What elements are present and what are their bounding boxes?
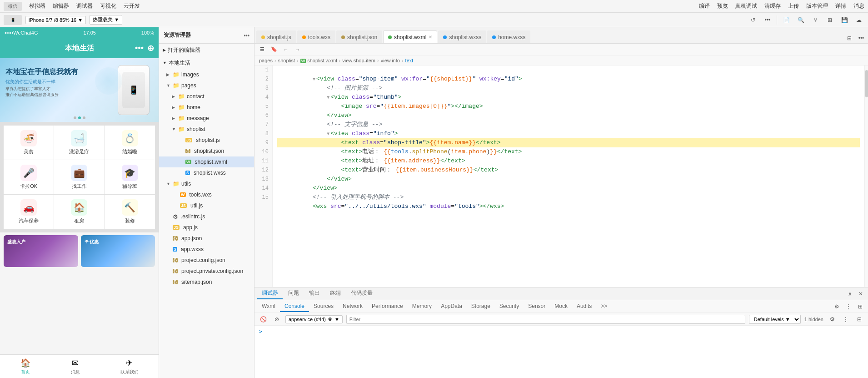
file-util-js[interactable]: JS util.js: [159, 200, 254, 211]
debug-tab-storage[interactable]: Storage: [467, 301, 495, 312]
menu-visual[interactable]: 可视化: [100, 2, 116, 10]
bottom-tab-terminal[interactable]: 终端: [325, 288, 345, 299]
folder-shoplist[interactable]: ▼ 📁 shoplist: [159, 124, 254, 135]
menu-details[interactable]: 详情: [835, 2, 846, 10]
menu-upload[interactable]: 上传: [788, 2, 799, 10]
nav-contact[interactable]: ✈ 联系我们: [117, 356, 142, 377]
section-local-life[interactable]: ▼ 本地生活: [159, 56, 254, 69]
folder-home[interactable]: ▶ 📁 home: [159, 102, 254, 113]
more-editor-button[interactable]: •••: [856, 33, 866, 43]
nav-home[interactable]: 🏠 首页: [17, 356, 34, 377]
breadcrumb-wxml[interactable]: W shoplist.wxml: [300, 58, 337, 63]
grid-item-jiehun[interactable]: 💍 结婚啦: [105, 126, 155, 160]
device-select[interactable]: iPhone 6/7 /8 85% 16 ▼: [25, 16, 86, 24]
debug-tab-mock[interactable]: Mock: [550, 301, 572, 312]
file-app-wxss[interactable]: S app.wxss: [159, 244, 254, 255]
console-settings-icon[interactable]: ⚙: [827, 314, 837, 324]
tab-home-wxss[interactable]: home.wxss: [487, 30, 530, 43]
debug-tab-memory[interactable]: Memory: [408, 301, 436, 312]
breadcrumb-shoplist[interactable]: shoplist: [278, 58, 295, 63]
toolbar-bookmark-icon[interactable]: 🔖: [269, 45, 279, 55]
menu-editor[interactable]: 编辑器: [53, 2, 69, 10]
add-file-icon[interactable]: 📄: [781, 15, 792, 25]
phone-share-icon[interactable]: ⊕: [147, 43, 154, 53]
fold-3[interactable]: ▼: [327, 95, 329, 100]
hotreload-select[interactable]: 热重载关 ▼: [90, 15, 122, 25]
console-filter-icon[interactable]: ⊘: [272, 314, 282, 324]
file-tools-wxs[interactable]: W tools.wxs: [159, 189, 254, 200]
vertical-scrollbar[interactable]: [864, 66, 868, 287]
folder-pages[interactable]: ▼ 📁 pages: [159, 80, 254, 91]
search-icon[interactable]: 🔍: [795, 15, 806, 25]
debug-tab-console[interactable]: Console: [280, 301, 309, 312]
save-icon[interactable]: 💾: [839, 15, 850, 25]
level-select[interactable]: Default levels ▼: [749, 315, 801, 324]
bottom-tab-debugger[interactable]: 调试器: [257, 288, 283, 299]
scrollbar-thumb[interactable]: [865, 70, 868, 97]
file-project-private-config[interactable]: {} project.private.config.json: [159, 266, 254, 277]
file-app-json[interactable]: {} app.json: [159, 233, 254, 244]
tab-shoplist-json[interactable]: shoplist.json: [336, 30, 382, 43]
debug-tab-appdata[interactable]: AppData: [436, 301, 467, 312]
tab-shoplist-wxml[interactable]: shoplist.wxml ✕: [383, 30, 437, 43]
toolbar-menu-icon[interactable]: ☰: [257, 45, 267, 55]
folder-contact[interactable]: ▶ 📁 contact: [159, 91, 254, 102]
grid-item-xiyuzu[interactable]: 🛁 洗浴足疗: [54, 126, 104, 160]
grid-item-meishi[interactable]: 🍜 美食: [4, 126, 54, 160]
menu-version[interactable]: 版本管理: [806, 2, 828, 10]
section-open-editors[interactable]: ▶ 打开的编辑器: [159, 44, 254, 56]
fold-1[interactable]: ▼: [313, 77, 315, 82]
tab-tools-wxs[interactable]: tools.wxs: [297, 30, 335, 43]
toolbar-back-icon[interactable]: ←: [281, 45, 291, 55]
debug-tab-network[interactable]: Network: [338, 301, 367, 312]
file-eslintrc[interactable]: ⚙ .eslintrc.js: [159, 211, 254, 222]
debug-layout-icon[interactable]: ⊞: [855, 302, 865, 312]
git-icon[interactable]: ⑂: [810, 15, 821, 25]
menu-preview[interactable]: 预览: [717, 2, 728, 10]
split-editor-button[interactable]: ⊟: [844, 33, 854, 43]
debug-tab-audits[interactable]: Audits: [572, 301, 596, 312]
phone-ad-2[interactable]: ☂ 优惠: [81, 235, 155, 267]
breadcrumb-pages[interactable]: pages: [259, 58, 273, 63]
menu-messages[interactable]: 消息: [853, 2, 864, 10]
console-clear-icon[interactable]: 🚫: [258, 314, 268, 324]
tab-shoplist-wxss[interactable]: shoplist.wxss: [438, 30, 486, 43]
bottom-tab-quality[interactable]: 代码质量: [346, 288, 377, 299]
debug-tab-wxml[interactable]: Wxml: [257, 301, 280, 312]
menu-compile[interactable]: 编译: [699, 2, 710, 10]
tab-shoplist-js[interactable]: shoplist.js: [256, 30, 296, 43]
debug-settings-icon[interactable]: ⚙: [832, 302, 842, 312]
grid-item-zhuangxiu[interactable]: 🔨 装修: [105, 195, 155, 229]
menu-debugger[interactable]: 调试器: [76, 2, 93, 10]
breadcrumb-view-info[interactable]: view.info: [381, 58, 400, 63]
fold-7[interactable]: ▼: [327, 131, 329, 136]
grid-item-zufang[interactable]: 🏠 租房: [54, 195, 104, 229]
panel-up-button[interactable]: ∧: [845, 289, 854, 298]
grid-item-kalaok[interactable]: 🎤 卡拉OK: [4, 160, 54, 194]
bottom-tab-output[interactable]: 输出: [304, 288, 324, 299]
grid-item-fudao[interactable]: 🎓 辅导班: [105, 160, 155, 194]
menu-simulator[interactable]: 模拟器: [29, 2, 45, 10]
phone-dots-icon[interactable]: •••: [135, 43, 144, 53]
debug-tab-performance[interactable]: Performance: [367, 301, 408, 312]
breadcrumb-text[interactable]: text: [405, 58, 414, 63]
cloud-icon[interactable]: ☁: [853, 15, 864, 25]
grid-item-qiche[interactable]: 🚗 汽车保养: [4, 195, 54, 229]
panel-close-button[interactable]: ✕: [856, 289, 865, 298]
file-project-config[interactable]: {} project.config.json: [159, 255, 254, 266]
file-shoplist-js[interactable]: JS shoplist.js: [159, 135, 254, 146]
folder-images[interactable]: ▶ 📁 images: [159, 69, 254, 80]
menu-cloud[interactable]: 云开发: [124, 2, 140, 10]
service-select[interactable]: appservice (#44) 👁 ▼: [285, 315, 343, 323]
debug-tab-security[interactable]: Security: [495, 301, 524, 312]
grid-item-zhaowork[interactable]: 💼 找工作: [54, 160, 104, 194]
code-content[interactable]: ▼<view class="shop-item" wx:for="{{shopL…: [273, 66, 864, 287]
banner-dot-2[interactable]: [78, 116, 81, 119]
console-dock-icon[interactable]: ⊟: [854, 314, 864, 324]
refresh-button[interactable]: ↺: [748, 15, 758, 25]
console-filter-input[interactable]: [346, 315, 745, 324]
phone-ad-1[interactable]: 盛惠入户: [4, 235, 78, 267]
console-more-icon[interactable]: ⋮: [841, 314, 851, 324]
debug-menu-icon[interactable]: ⋮: [843, 302, 853, 312]
nav-message[interactable]: ✉ 消息: [67, 356, 84, 377]
